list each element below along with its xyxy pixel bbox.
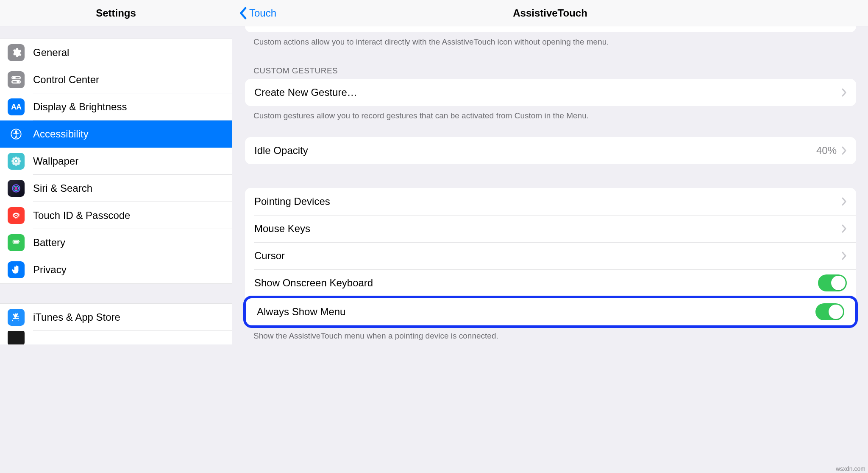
sidebar-item-partial[interactable] [0,331,232,344]
chevron-right-icon [842,146,847,155]
sidebar-item-label: Display & Brightness [33,93,232,120]
switches-icon [8,71,25,88]
wallet-icon [8,331,25,344]
appstore-icon [8,309,25,326]
chevron-right-icon [842,252,847,260]
sidebar-list-main: General Control Center AA Display & Brig… [0,39,232,283]
row-label: Cursor [254,250,842,262]
row-label: Idle Opacity [254,145,816,157]
toggle-onscreen-keyboard[interactable] [818,274,847,291]
sidebar-top-gap [0,26,232,39]
group-create-gesture: Create New Gesture… [245,79,856,106]
sidebar-title: Settings [96,7,136,19]
row-label: Pointing Devices [254,196,842,207]
svg-point-13 [12,162,15,165]
watermark: wsxdn.com [836,465,865,472]
sidebar-list-secondary: iTunes & App Store [0,304,232,344]
group-pointing: Pointing Devices Mouse Keys Cursor Show … [245,188,856,328]
sidebar-item-control-center[interactable]: Control Center [0,66,232,93]
row-pointing-devices[interactable]: Pointing Devices [245,188,856,215]
row-idle-opacity[interactable]: Idle Opacity 40% [245,137,856,164]
flower-icon [8,153,25,170]
main-panel: Touch AssistiveTouch Custom actions allo… [232,0,868,473]
sidebar-item-label: Touch ID & Passcode [33,202,232,229]
chevron-right-icon [842,88,847,97]
aa-icon: AA [8,98,25,115]
gear-icon [8,44,25,61]
row-label: Show Onscreen Keyboard [254,277,818,289]
sidebar-item-label: Battery [33,229,232,256]
row-onscreen-keyboard[interactable]: Show Onscreen Keyboard [245,269,856,297]
svg-point-17 [15,187,18,190]
row-label: Create New Gesture… [254,87,842,98]
sidebar-item-siri[interactable]: Siri & Search [0,175,232,202]
battery-icon [8,234,25,251]
chevron-right-icon [842,197,847,206]
svg-point-14 [17,162,19,165]
hand-icon [8,261,25,278]
row-cursor[interactable]: Cursor [245,242,856,269]
custom-gestures-description: Custom gestures allow you to record gest… [245,106,856,125]
sidebar-item-label: Accessibility [33,120,232,148]
toggle-always-show-menu[interactable] [815,303,844,320]
row-create-gesture[interactable]: Create New Gesture… [245,79,856,106]
back-label: Touch [249,7,276,19]
svg-point-6 [15,160,18,163]
svg-rect-20 [19,241,20,242]
sidebar-item-privacy[interactable]: Privacy [0,256,232,283]
sidebar-gap [0,283,232,304]
sidebar-item-appstore[interactable]: iTunes & App Store [0,304,232,331]
footer-description: Show the AssistiveTouch menu when a poin… [245,327,856,345]
group-idle-opacity: Idle Opacity 40% [245,137,856,164]
content-scroll[interactable]: Custom actions allow you to interact dir… [232,26,868,473]
custom-actions-description: Custom actions allow you to interact dir… [245,32,856,51]
svg-point-12 [17,157,19,160]
page-title: AssistiveTouch [513,7,587,19]
back-button[interactable]: Touch [232,7,276,20]
sidebar-item-accessibility[interactable]: Accessibility [0,120,232,148]
sidebar: Settings General Control Center AA Displ… [0,0,232,473]
accessibility-icon [8,126,25,143]
row-label: Mouse Keys [254,223,842,235]
sidebar-item-battery[interactable]: Battery [0,229,232,256]
sidebar-item-wallpaper[interactable]: Wallpaper [0,148,232,175]
sidebar-item-label [33,331,232,344]
highlight-always-show-menu: Always Show Menu [243,296,858,328]
main-header: Touch AssistiveTouch [232,0,868,26]
group-peek [245,26,856,32]
sidebar-item-label: Wallpaper [33,148,232,175]
svg-point-3 [17,81,19,83]
sidebar-header: Settings [0,0,232,26]
sidebar-item-display[interactable]: AA Display & Brightness [0,93,232,120]
chevron-left-icon [239,7,247,20]
svg-rect-19 [14,241,18,243]
row-value: 40% [816,145,837,157]
chevron-right-icon [842,224,847,233]
sidebar-item-label: General [33,39,232,66]
sidebar-item-touchid[interactable]: Touch ID & Passcode [0,202,232,229]
sidebar-item-label: Siri & Search [33,175,232,202]
sidebar-item-label: Privacy [33,256,232,283]
siri-icon [8,180,25,197]
row-always-show-menu[interactable]: Always Show Menu [248,299,854,325]
sidebar-item-label: Control Center [33,66,232,93]
sidebar-item-label: iTunes & App Store [33,304,232,331]
svg-point-5 [15,131,17,132]
svg-point-11 [12,157,15,160]
svg-point-1 [14,77,15,78]
fingerprint-icon [8,207,25,224]
row-mouse-keys[interactable]: Mouse Keys [245,215,856,242]
sidebar-item-general[interactable]: General [0,39,232,66]
section-header-gestures: CUSTOM GESTURES [245,51,856,79]
row-label: Always Show Menu [257,306,815,318]
